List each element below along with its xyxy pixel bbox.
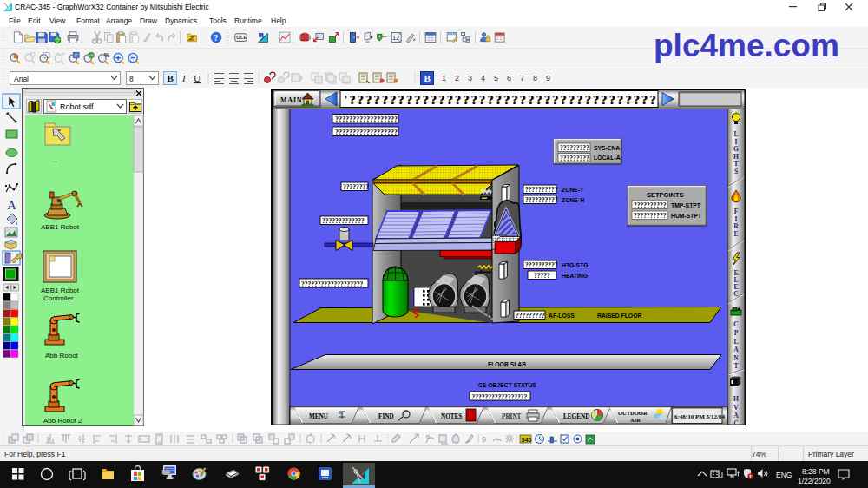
svg-text:345: 345 <box>522 437 532 443</box>
svg-text:N: N <box>733 354 739 362</box>
svg-text:RAISED FLOOR: RAISED FLOOR <box>597 313 641 319</box>
svg-text:TMP-STPT: TMP-STPT <box>671 202 701 208</box>
svg-text:??????????: ?????????? <box>525 196 558 204</box>
svg-text:B: B <box>168 73 174 83</box>
svg-text:Controller: Controller <box>43 294 74 302</box>
svg-text:Abb Robot 2: Abb Robot 2 <box>43 417 82 425</box>
svg-text:??????????: ?????????? <box>525 186 558 194</box>
svg-text:9: 9 <box>482 435 486 444</box>
svg-text:HUM-STPT: HUM-STPT <box>671 213 702 219</box>
svg-text:SYS-ENA: SYS-ENA <box>594 145 620 151</box>
svg-text:??????????: ?????????? <box>634 212 667 220</box>
svg-text:%: % <box>104 52 109 58</box>
svg-text:?????????????????: ????????????????? <box>472 393 528 401</box>
svg-text:???????????????????: ??????????????????? <box>301 280 364 288</box>
svg-text:HTG-STG: HTG-STG <box>562 262 589 268</box>
svg-text:PRINT: PRINT <box>502 413 522 420</box>
svg-text:C: C <box>733 290 738 298</box>
svg-text:8: 8 <box>129 75 134 83</box>
svg-text:6:48:10 PM 5/12/04: 6:48:10 PM 5/12/04 <box>674 413 725 420</box>
svg-text:A: A <box>733 346 739 353</box>
svg-text:CS OBJECT STATUS: CS OBJECT STATUS <box>478 382 536 388</box>
svg-text:??????????????????: ?????????????????? <box>335 129 398 136</box>
svg-text:..: .. <box>53 156 56 164</box>
svg-text:MAIN: MAIN <box>280 96 302 104</box>
svg-text:NOTES: NOTES <box>441 413 462 420</box>
svg-text:1/22/2020: 1/22/2020 <box>798 477 831 485</box>
svg-text:H: H <box>733 395 739 403</box>
svg-text:B: B <box>424 73 431 83</box>
svg-text:AIR: AIR <box>630 417 641 423</box>
svg-text:LEGEND: LEGEND <box>563 413 589 420</box>
svg-text:OLE: OLE <box>236 35 247 40</box>
svg-text:E: E <box>733 230 738 238</box>
svg-text:?????????: ????????? <box>516 312 545 320</box>
svg-text:P: P <box>734 329 739 337</box>
svg-text:??????????: ?????????? <box>634 201 667 209</box>
svg-text:????????: ???????? <box>343 183 369 191</box>
svg-text:??????????: ?????????? <box>525 261 558 269</box>
svg-text:??????????????????: ?????????????????? <box>335 115 398 123</box>
svg-text:V: V <box>733 404 739 412</box>
svg-text:?????: ????? <box>534 272 550 280</box>
svg-text:S: S <box>734 168 738 175</box>
svg-text:MENU: MENU <box>309 413 329 420</box>
svg-text:OUTDOOR: OUTDOOR <box>618 410 648 416</box>
svg-text:ABB1 Robot: ABB1 Robot <box>41 287 80 294</box>
svg-text:FLOOR SLAB: FLOOR SLAB <box>488 361 526 367</box>
svg-text:C: C <box>733 320 738 328</box>
svg-text:?????????: ????????? <box>560 144 589 152</box>
svg-text:'?????????????????????????????: '?????????????????????????????????????? <box>344 94 658 107</box>
svg-text:ZONE-T: ZONE-T <box>562 187 584 193</box>
svg-text:T: T <box>733 362 738 370</box>
svg-text:ENG: ENG <box>776 471 792 479</box>
svg-text:?????????: ????????? <box>560 155 589 162</box>
svg-text:FIND: FIND <box>378 413 394 420</box>
svg-text:SETPOINTS: SETPOINTS <box>647 191 684 199</box>
svg-text:HEATING: HEATING <box>562 273 588 279</box>
svg-text:C: C <box>733 419 738 425</box>
svg-text:L: L <box>733 338 738 346</box>
svg-text:?????????????: ????????????? <box>322 217 365 225</box>
svg-text:Arial: Arial <box>14 75 29 83</box>
svg-text:ABB1 Robot: ABB1 Robot <box>41 223 80 231</box>
svg-text:U: U <box>194 73 201 83</box>
svg-text:?: ? <box>214 34 219 43</box>
svg-text:LOCAL-A: LOCAL-A <box>594 155 621 161</box>
svg-text:1: 1 <box>749 474 752 479</box>
svg-text:ZONE-H: ZONE-H <box>562 197 584 203</box>
svg-text:I: I <box>181 73 187 83</box>
svg-text:8:28 PM: 8:28 PM <box>802 467 830 476</box>
svg-text:AF-LOSS: AF-LOSS <box>549 313 575 319</box>
svg-text:Robot.sdf: Robot.sdf <box>60 102 94 111</box>
svg-text:Abb Robot: Abb Robot <box>45 352 79 359</box>
svg-text:A: A <box>7 198 16 212</box>
svg-text:A: A <box>733 412 739 419</box>
svg-text:12: 12 <box>392 35 399 41</box>
